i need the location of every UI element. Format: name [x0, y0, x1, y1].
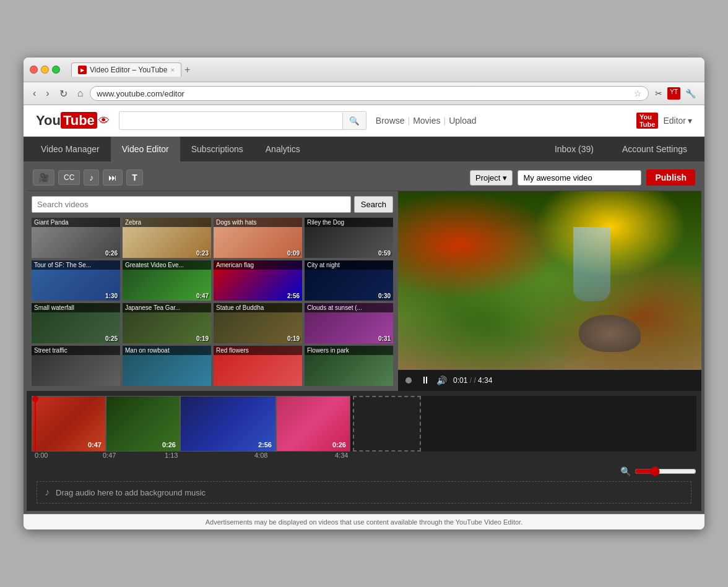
video-thumb-city[interactable]: City at night 0:30 — [305, 260, 393, 301]
ruler-0: 0:00 — [35, 452, 48, 459]
search-input[interactable] — [119, 112, 342, 129]
nav-bar: ‹ › ↻ ⌂ ☆ ✂ YT 🔧 — [24, 82, 704, 105]
video-thumb-tea[interactable]: Japanese Tea Gar... 0:19 — [123, 303, 211, 343]
publish-btn[interactable]: Publish — [646, 169, 695, 186]
tab-title: Video Editor – YouTube — [90, 66, 167, 74]
music-note-icon: ♪ — [45, 487, 50, 498]
video-thumb-rowboat[interactable]: Man on rowboat — [123, 346, 211, 386]
extensions-icon[interactable]: ✂ — [652, 87, 665, 100]
nav-subscriptions[interactable]: Subscriptions — [180, 137, 254, 161]
minimize-button[interactable] — [41, 66, 49, 74]
home-btn[interactable]: ⌂ — [74, 87, 87, 100]
address-input[interactable] — [97, 89, 631, 98]
timeline-clip-2[interactable]: 0:26 — [106, 396, 180, 452]
main-nav-right: Inbox (39) Account Settings — [544, 137, 698, 161]
video-thumb-traffic[interactable]: Street traffic — [32, 346, 120, 386]
yt-header: YouTube 👁 🔍 Browse | Movies | Upload You… — [24, 105, 704, 137]
yt-logo[interactable]: YouTube 👁 — [36, 113, 110, 129]
editor-body: Search Giant Panda 0:26 Zebra 0:23 — [27, 191, 701, 391]
video-thumb-flag[interactable]: American flag 2:56 — [214, 260, 302, 301]
clip-drop-zone[interactable] — [353, 396, 421, 452]
waterfall-element — [573, 227, 610, 301]
tab-close-btn[interactable]: × — [170, 66, 174, 74]
video-thumb-greatest[interactable]: Greatest Video Eve... 0:47 — [123, 260, 211, 301]
window-buttons — [30, 66, 60, 74]
address-bar: ☆ — [90, 86, 649, 101]
cc-tool-btn[interactable]: CC — [58, 170, 80, 185]
pause-btn[interactable]: ⏸ — [420, 375, 430, 386]
logo-you: You — [36, 113, 61, 128]
search-row: Search — [32, 196, 393, 213]
yt-icon[interactable]: YT — [667, 87, 680, 100]
video-thumb-dogs[interactable]: Dogs with hats 0:09 — [214, 218, 302, 258]
yt-icon-small: YouTube — [636, 113, 658, 129]
video-thumb-riley[interactable]: Riley the Dog 0:59 — [305, 218, 393, 258]
active-tab[interactable]: Video Editor – YouTube × — [71, 62, 181, 77]
video-thumb-waterfall[interactable]: Small waterfall 0:25 — [32, 303, 120, 343]
timeline-clip-3[interactable]: 2:56 — [180, 396, 276, 452]
upload-link[interactable]: Upload — [449, 116, 476, 126]
player-controls: ⏸ 🔊 0:01 / / 4:34 — [398, 370, 701, 391]
video-search-input[interactable] — [32, 196, 351, 213]
zoom-icon: 🔍 — [620, 466, 631, 476]
browse-link[interactable]: Browse — [376, 116, 405, 126]
transitions-tool-btn[interactable]: ⏭ — [103, 169, 123, 186]
audio-track[interactable]: ♪ Drag audio here to add background musi… — [37, 481, 691, 503]
wrench-icon[interactable]: 🔧 — [683, 87, 698, 100]
video-tool-btn[interactable]: 🎥 — [33, 169, 54, 186]
editor-toolbar: 🎥 CC ♪ ⏭ T Project ▾ Publish — [27, 165, 701, 191]
back-btn[interactable]: ‹ — [30, 87, 39, 100]
timeline-clip-4[interactable]: 0:26 — [276, 396, 350, 452]
search-btn[interactable]: 🔍 — [342, 113, 366, 129]
video-thumb-buddha[interactable]: Statue of Buddha 0:19 — [214, 303, 302, 343]
ruler-47: 0:47 — [103, 452, 116, 459]
new-tab-btn[interactable]: + — [184, 64, 190, 75]
preview-panel: ⏸ 🔊 0:01 / / 4:34 — [398, 191, 701, 391]
timeline-playhead — [35, 396, 36, 452]
refresh-btn[interactable]: ↻ — [56, 87, 71, 101]
video-thumb-zebra[interactable]: Zebra 0:23 — [123, 218, 211, 258]
video-thumb-redflowers[interactable]: Red flowers — [214, 346, 302, 386]
ruler-408: 4:08 — [254, 452, 267, 459]
music-tool-btn[interactable]: ♪ — [84, 169, 99, 186]
text-tool-btn[interactable]: T — [126, 169, 143, 186]
preview-video — [398, 191, 701, 370]
zoom-controls: 🔍 — [32, 464, 696, 479]
editor-container: 🎥 CC ♪ ⏭ T Project ▾ Publish Search — [24, 161, 704, 514]
video-thumb-clouds[interactable]: Clouds at sunset (... 0:31 — [305, 303, 393, 343]
title-bar: Video Editor – YouTube × + — [24, 58, 704, 82]
yt-nav-links: Browse | Movies | Upload — [376, 116, 477, 126]
bookmark-icon[interactable]: ☆ — [634, 88, 642, 98]
forward-btn[interactable]: › — [43, 87, 52, 100]
nav-video-manager[interactable]: Video Manager — [30, 137, 111, 161]
volume-icon[interactable]: 🔊 — [436, 375, 447, 385]
movies-link[interactable]: Movies — [413, 116, 440, 126]
timeline-clip-1[interactable]: 0:47 — [32, 396, 106, 452]
nav-video-editor[interactable]: Video Editor — [111, 137, 180, 161]
project-name-input[interactable] — [518, 170, 641, 186]
yt-right: YouTube Editor ▾ — [636, 113, 692, 129]
nav-inbox[interactable]: Inbox (39) — [544, 137, 605, 161]
video-search-btn[interactable]: Search — [354, 196, 393, 213]
video-thumb-park[interactable]: Flowers in park — [305, 346, 393, 386]
video-thumb-sf[interactable]: Tour of SF: The Se... 1:30 — [32, 260, 120, 301]
timeline-ruler: 0:00 0:47 1:13 4:08 4:34 — [32, 452, 696, 464]
search-bar: 🔍 — [119, 111, 366, 130]
video-grid-panel: Search Giant Panda 0:26 Zebra 0:23 — [27, 191, 398, 391]
garden-scene — [398, 191, 701, 370]
zoom-slider[interactable] — [635, 466, 696, 476]
video-grid: Giant Panda 0:26 Zebra 0:23 Dogs with ha… — [32, 218, 393, 386]
editor-dropdown-btn[interactable]: Editor ▾ — [663, 116, 692, 126]
project-dropdown[interactable]: Project ▾ — [470, 170, 513, 186]
yt-footer: Advertisements may be displayed on video… — [24, 514, 704, 529]
playhead-head — [32, 396, 38, 402]
maximize-button[interactable] — [52, 66, 60, 74]
nav-analytics[interactable]: Analytics — [254, 137, 311, 161]
main-nav: Video Manager Video Editor Subscriptions… — [24, 137, 704, 161]
close-button[interactable] — [30, 66, 38, 74]
playhead-dot — [405, 377, 412, 383]
project-controls: Project ▾ Publish — [470, 169, 695, 186]
video-thumb-panda[interactable]: Giant Panda 0:26 — [32, 218, 120, 258]
nav-account-settings[interactable]: Account Settings — [611, 137, 698, 161]
timeline-section: 0:47 0:26 2:56 0:26 0:00 0: — [27, 391, 701, 511]
